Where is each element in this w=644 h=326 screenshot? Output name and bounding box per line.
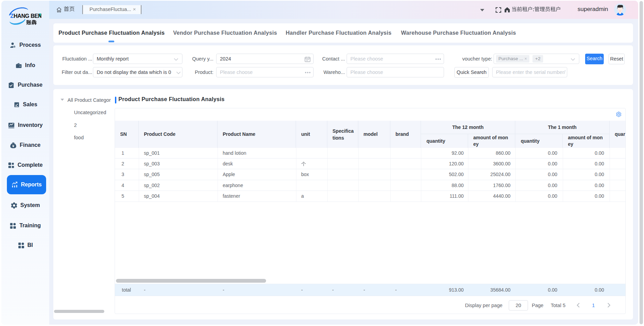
svg-text:ZHANG BEN: ZHANG BEN (10, 13, 41, 19)
